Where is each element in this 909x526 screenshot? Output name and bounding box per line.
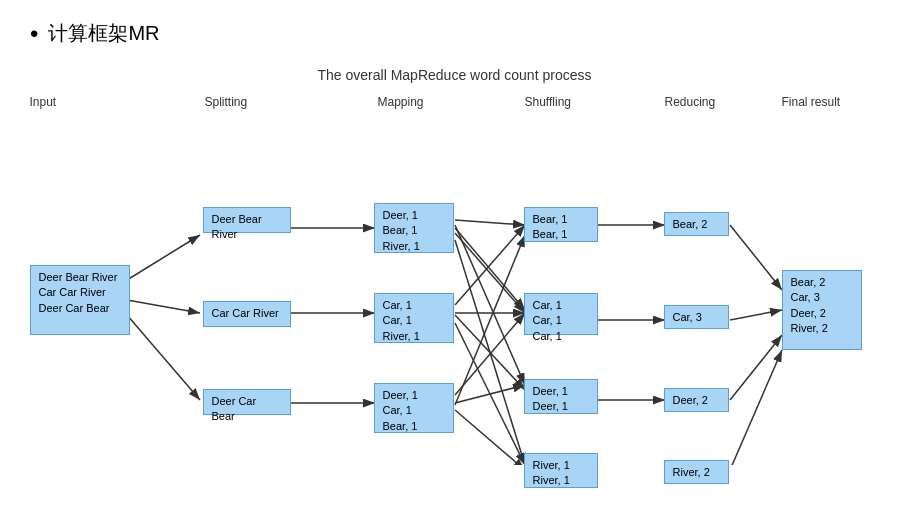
- input-box: Deer Bear River Car Car River Deer Car B…: [30, 265, 130, 335]
- reducing-box-3: Deer, 2: [664, 388, 729, 412]
- svg-line-11: [455, 240, 525, 465]
- svg-line-8: [455, 220, 525, 225]
- bullet-dot: •: [30, 22, 38, 46]
- phase-splitting-label: Splitting: [205, 95, 248, 109]
- diagram-container: The overall MapReduce word count process: [30, 67, 879, 465]
- diagram-title: The overall MapReduce word count process: [318, 67, 592, 83]
- shuffling-box-2: Car, 1 Car, 1 Car, 1: [524, 293, 598, 335]
- svg-line-18: [455, 315, 525, 390]
- svg-line-3: [127, 315, 200, 400]
- svg-line-13: [455, 323, 525, 465]
- svg-line-17: [455, 225, 525, 385]
- mapping-box-2: Car, 1 Car, 1 River, 1: [374, 293, 454, 343]
- svg-line-2: [127, 300, 200, 313]
- svg-line-27: [730, 350, 782, 465]
- phase-final-label: Final result: [782, 95, 841, 109]
- svg-line-26: [730, 335, 782, 400]
- phase-reducing-label: Reducing: [665, 95, 716, 109]
- svg-line-24: [730, 225, 782, 290]
- phase-input-label: Input: [30, 95, 57, 109]
- svg-line-25: [730, 310, 782, 320]
- svg-line-15: [455, 235, 525, 405]
- arrows-svg: [20, 95, 890, 465]
- phase-mapping-label: Mapping: [378, 95, 424, 109]
- title-text: 计算框架MR: [48, 20, 159, 47]
- final-result-box: Bear, 2 Car, 3 Deer, 2 River, 2: [782, 270, 862, 350]
- mapping-box-3: Deer, 1 Car, 1 Bear, 1: [374, 383, 454, 433]
- reducing-box-1: Bear, 2: [664, 212, 729, 236]
- svg-line-1: [127, 235, 200, 280]
- splitting-box-1: Deer Bear River: [203, 207, 291, 233]
- splitting-box-2: Car Car River: [203, 301, 291, 327]
- svg-line-10: [455, 385, 525, 403]
- diagram-main: Input Splitting Mapping Shuffling Reduci…: [20, 95, 890, 465]
- shuffling-box-3: Deer, 1 Deer, 1: [524, 379, 598, 414]
- svg-line-12: [455, 225, 525, 305]
- splitting-box-3: Deer Car Bear: [203, 389, 291, 415]
- svg-line-7: [455, 228, 525, 310]
- page-title: • 计算框架MR: [30, 20, 879, 47]
- reducing-box-2: Car, 3: [664, 305, 729, 329]
- shuffling-box-1: Bear, 1 Bear, 1: [524, 207, 598, 242]
- svg-line-16: [455, 233, 525, 313]
- phase-shuffling-label: Shuffling: [525, 95, 571, 109]
- svg-line-19: [455, 410, 525, 465]
- reducing-box-4: River, 2: [664, 460, 729, 484]
- svg-line-14: [455, 313, 525, 395]
- shuffling-box-4: River, 1 River, 1: [524, 453, 598, 488]
- mapping-box-1: Deer, 1 Bear, 1 River, 1: [374, 203, 454, 253]
